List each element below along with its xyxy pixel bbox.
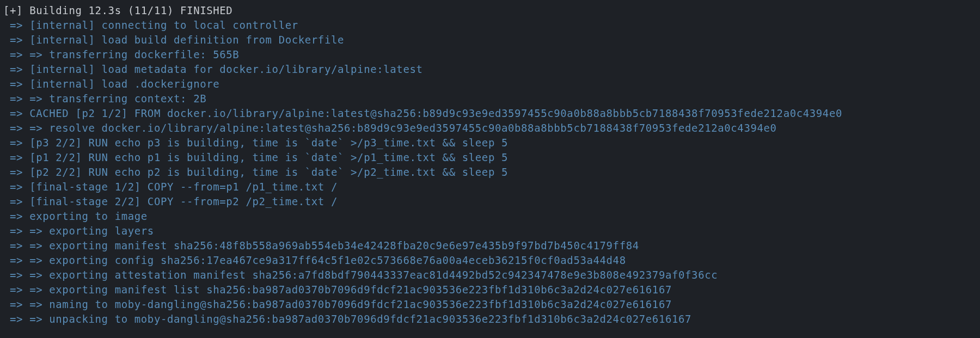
build-step-line: => [final-stage 2/2] COPY --from=p2 /p2_… — [3, 195, 338, 207]
terminal-output: [+] Building 12.3s (11/11) FINISHED => [… — [0, 0, 980, 330]
build-step-line: => => exporting config sha256:17ea467ce9… — [3, 254, 626, 266]
build-step-line: => [p1 2/2] RUN echo p1 is building, tim… — [3, 151, 508, 163]
build-step-line: => CACHED [p2 1/2] FROM docker.io/librar… — [3, 107, 842, 119]
build-step-line: => => resolve docker.io/library/alpine:l… — [3, 122, 777, 134]
build-step-line: => [internal] load build definition from… — [3, 34, 344, 46]
build-step-line: => => exporting manifest sha256:48f8b558… — [3, 239, 639, 251]
build-step-line: => => unpacking to moby-dangling@sha256:… — [3, 313, 691, 325]
build-step-line: => [p2 2/2] RUN echo p2 is building, tim… — [3, 166, 508, 178]
build-step-line: => => exporting manifest list sha256:ba9… — [3, 284, 672, 296]
build-header-line: [+] Building 12.3s (11/11) FINISHED — [3, 4, 232, 16]
build-step-line: => => transferring dockerfile: 565B — [3, 48, 239, 60]
build-step-line: => => naming to moby-dangling@sha256:ba9… — [3, 298, 672, 310]
build-step-line: => [internal] load .dockerignore — [3, 78, 219, 90]
build-step-line: => => transferring context: 2B — [3, 93, 206, 105]
build-step-line: => [internal] connecting to local contro… — [3, 19, 298, 31]
build-step-line: => => exporting layers — [3, 225, 154, 237]
build-step-line: => [internal] load metadata for docker.i… — [3, 63, 423, 75]
build-step-line: => [p3 2/2] RUN echo p3 is building, tim… — [3, 137, 508, 149]
build-step-line: => => exporting attestation manifest sha… — [3, 269, 718, 281]
build-step-line: => exporting to image — [3, 210, 148, 222]
build-step-line: => [final-stage 1/2] COPY --from=p1 /p1_… — [3, 181, 338, 193]
